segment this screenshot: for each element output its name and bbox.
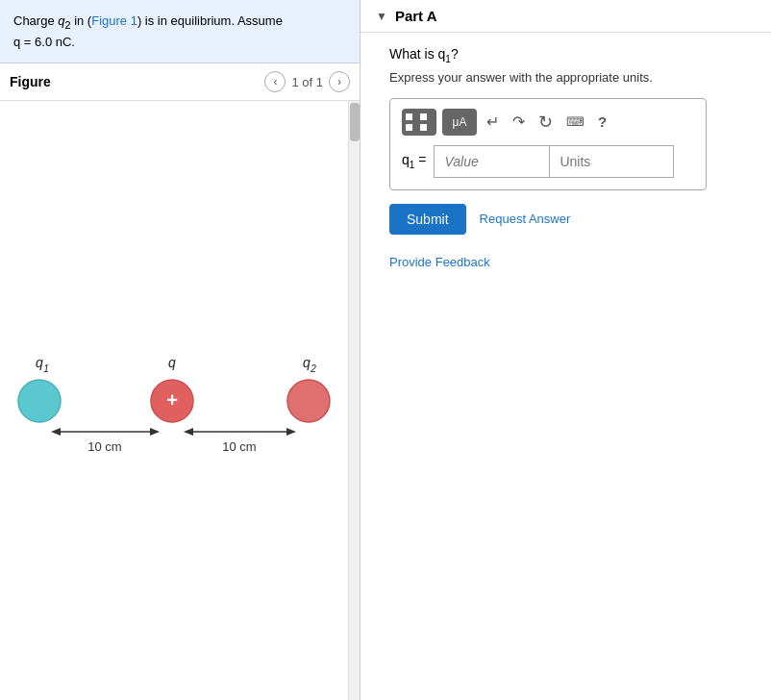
figure-navigation: ‹ 1 of 1 › xyxy=(264,71,350,92)
figure-next-button[interactable]: › xyxy=(329,71,350,92)
q2-subscript: 2 xyxy=(64,19,70,31)
problem-statement: Charge q2 in (Figure 1) is in equilibriu… xyxy=(0,0,360,63)
provide-feedback-link[interactable]: Provide Feedback xyxy=(389,255,490,269)
figure-pagination: 1 of 1 xyxy=(291,75,323,89)
figure-svg: q 1 q q 2 + xyxy=(11,305,337,497)
grid-cell xyxy=(406,113,412,120)
reset-button[interactable]: ↻ xyxy=(535,110,557,135)
answer-subscript: 1 xyxy=(410,160,415,170)
undo-button[interactable]: ↵ xyxy=(483,111,503,133)
grid-cell xyxy=(420,113,427,120)
q1-label: q xyxy=(36,355,43,370)
figure-canvas: q 1 q q 2 + xyxy=(0,101,360,700)
q2-subscript: 2 xyxy=(310,363,316,374)
express-text: Express your answer with the appropriate… xyxy=(389,70,742,85)
answer-row: q1 = xyxy=(402,145,694,178)
dist1-label: 10 cm xyxy=(87,439,121,454)
grid-cell xyxy=(420,124,427,131)
problem-text-intro: Charge q2 in (Figure 1) is in equilibriu… xyxy=(13,13,283,28)
input-box-container: μA ↵ ↷ ↻ ⌨ ? q1 = xyxy=(389,98,707,190)
unit-symbol-button[interactable]: μA xyxy=(442,109,477,136)
value-input[interactable] xyxy=(434,145,549,178)
problem-text-value: q = 6.0 nC. xyxy=(13,35,75,49)
q2-circle xyxy=(287,380,330,422)
question-text: What is q1? xyxy=(389,46,742,64)
dist2-arrow-right xyxy=(286,428,296,436)
q1-circle xyxy=(18,380,61,422)
dist2-arrow-left xyxy=(184,428,193,436)
figure-drawing: q 1 q q 2 + xyxy=(0,101,348,700)
figure-scrollbar[interactable] xyxy=(348,101,360,700)
keyboard-button[interactable]: ⌨ xyxy=(562,112,588,131)
part-label: Part A xyxy=(395,8,437,24)
redo-button[interactable]: ↷ xyxy=(509,111,529,133)
help-button[interactable]: ? xyxy=(594,112,610,132)
part-header: ▼ Part A xyxy=(361,0,771,33)
right-panel: ▼ Part A What is q1? Express your answer… xyxy=(361,0,771,700)
action-row: Submit Request Answer xyxy=(389,204,742,235)
figure-scrollbar-thumb[interactable] xyxy=(350,103,360,141)
q-plus-sign: + xyxy=(166,389,178,411)
answer-label: q1 = xyxy=(402,152,426,170)
figure-section: Figure ‹ 1 of 1 › q 1 q q xyxy=(0,63,360,700)
q1-subscript: 1 xyxy=(43,363,49,374)
left-panel: Charge q2 in (Figure 1) is in equilibriu… xyxy=(0,0,361,700)
figure-title: Figure xyxy=(10,74,51,89)
figure1-link[interactable]: Figure 1 xyxy=(91,13,137,28)
q-label: q xyxy=(168,355,176,370)
dist1-arrow-left xyxy=(51,428,61,436)
q1-question-subscript: 1 xyxy=(445,54,451,64)
request-answer-link[interactable]: Request Answer xyxy=(480,212,571,226)
part-content: What is q1? Express your answer with the… xyxy=(361,33,771,288)
grid-cell xyxy=(406,124,412,131)
figure-header: Figure ‹ 1 of 1 › xyxy=(0,63,360,101)
dist2-label: 10 cm xyxy=(222,439,256,454)
matrix-button[interactable] xyxy=(402,109,436,136)
submit-button[interactable]: Submit xyxy=(389,204,466,235)
units-input[interactable] xyxy=(549,145,674,178)
dist1-arrow-right xyxy=(150,428,160,436)
toolbar-row: μA ↵ ↷ ↻ ⌨ ? xyxy=(402,109,694,136)
q2-label: q xyxy=(303,355,311,370)
collapse-icon[interactable]: ▼ xyxy=(376,10,387,23)
figure-prev-button[interactable]: ‹ xyxy=(264,71,286,92)
